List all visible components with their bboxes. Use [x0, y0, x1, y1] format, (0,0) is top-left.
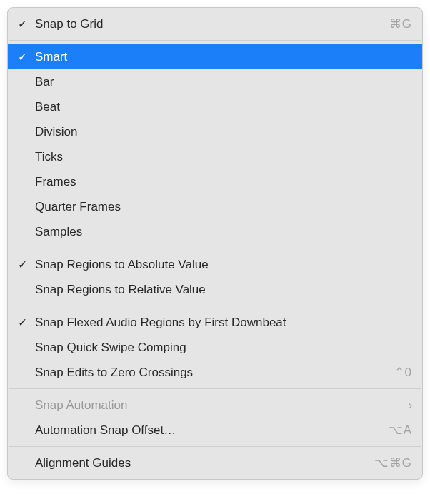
menu-item-label: Snap Regions to Relative Value [35, 283, 412, 297]
snap-menu: ✓ Snap to Grid ⌘G ✓ Smart ✓ Bar ✓ Beat ✓… [7, 7, 423, 480]
menu-item-automation-snap-offset[interactable]: ✓ Automation Snap Offset… ⌥A [8, 418, 422, 443]
chevron-right-icon: › [409, 399, 412, 412]
menu-item-label: Snap Automation [35, 398, 404, 413]
menu-item-samples[interactable]: ✓ Samples [8, 219, 422, 244]
menu-item-label: Frames [35, 175, 412, 189]
menu-item-label: Division [35, 125, 412, 139]
menu-item-shortcut: ⌥⌘G [374, 455, 412, 470]
menu-separator [9, 248, 421, 248]
menu-separator [9, 40, 421, 41]
menu-item-shortcut: ⌃0 [394, 365, 412, 380]
menu-item-label: Automation Snap Offset… [35, 423, 389, 438]
menu-item-snap-automation: ✓ Snap Automation › [8, 393, 422, 418]
menu-item-label: Snap Edits to Zero Crossings [35, 366, 394, 380]
menu-separator [9, 446, 421, 447]
menu-item-label: Smart [35, 50, 412, 64]
menu-item-snap-regions-relative[interactable]: ✓ Snap Regions to Relative Value [8, 277, 422, 302]
menu-item-snap-regions-absolute[interactable]: ✓ Snap Regions to Absolute Value [8, 252, 422, 277]
menu-item-label: Bar [35, 75, 412, 89]
menu-item-label: Alignment Guides [35, 456, 374, 470]
check-icon: ✓ [18, 258, 35, 271]
check-icon: ✓ [18, 17, 35, 31]
menu-item-snap-flexed-audio[interactable]: ✓ Snap Flexed Audio Regions by First Dow… [8, 310, 422, 335]
menu-item-label: Samples [35, 225, 412, 239]
menu-item-alignment-guides[interactable]: ✓ Alignment Guides ⌥⌘G [8, 450, 422, 475]
menu-item-label: Snap Quick Swipe Comping [35, 341, 412, 355]
menu-separator [9, 306, 421, 306]
menu-item-label: Quarter Frames [35, 200, 412, 214]
menu-item-label: Snap to Grid [35, 17, 389, 31]
menu-separator [9, 388, 421, 389]
menu-item-frames[interactable]: ✓ Frames [8, 169, 422, 194]
check-icon: ✓ [18, 316, 35, 329]
check-icon: ✓ [18, 50, 35, 64]
menu-item-division[interactable]: ✓ Division [8, 119, 422, 144]
menu-item-shortcut: ⌘G [389, 16, 412, 31]
menu-item-snap-zero-crossings[interactable]: ✓ Snap Edits to Zero Crossings ⌃0 [8, 360, 422, 385]
menu-item-shortcut: ⌥A [389, 423, 412, 438]
menu-item-snap-to-grid[interactable]: ✓ Snap to Grid ⌘G [8, 11, 422, 36]
menu-item-label: Snap Regions to Absolute Value [35, 258, 412, 272]
menu-item-bar[interactable]: ✓ Bar [8, 69, 422, 94]
menu-item-label: Snap Flexed Audio Regions by First Downb… [35, 316, 412, 330]
menu-item-label: Ticks [35, 150, 412, 164]
menu-item-snap-quick-swipe[interactable]: ✓ Snap Quick Swipe Comping [8, 335, 422, 360]
menu-item-label: Beat [35, 100, 412, 114]
menu-item-smart[interactable]: ✓ Smart [8, 44, 422, 69]
menu-item-ticks[interactable]: ✓ Ticks [8, 144, 422, 169]
menu-item-beat[interactable]: ✓ Beat [8, 94, 422, 119]
menu-item-quarter-frames[interactable]: ✓ Quarter Frames [8, 194, 422, 219]
